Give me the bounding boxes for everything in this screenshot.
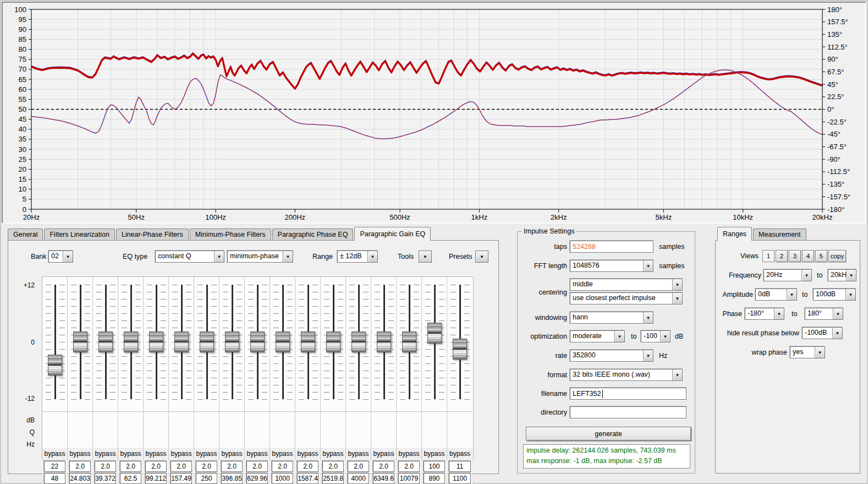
tab-filters-linearization[interactable]: Filters Linearization bbox=[44, 229, 114, 241]
band-q-value[interactable]: 2.0 bbox=[221, 461, 243, 472]
slider-handle[interactable] bbox=[73, 331, 87, 352]
taps-input[interactable] bbox=[570, 241, 653, 253]
band-q-value[interactable]: 2.0 bbox=[246, 461, 268, 472]
tab-minimum-phase-filters[interactable]: Minimum-Phase Filters bbox=[190, 229, 271, 241]
band-q-value[interactable]: 2.0 bbox=[272, 461, 293, 472]
gain-slider[interactable] bbox=[346, 277, 371, 412]
bypass-button[interactable]: bypass bbox=[144, 448, 168, 460]
band-q-value[interactable]: 2.0 bbox=[297, 461, 318, 472]
optimization-select[interactable]: moderate▼ bbox=[570, 330, 625, 342]
slider-handle[interactable] bbox=[427, 323, 442, 344]
slider-handle[interactable] bbox=[124, 331, 138, 352]
slider-handle[interactable] bbox=[326, 331, 340, 352]
chevron-down-icon[interactable]: ▼ bbox=[787, 289, 796, 300]
rate-select[interactable]: 352800▼ bbox=[570, 350, 653, 362]
chevron-down-icon[interactable]: ▼ bbox=[801, 270, 811, 281]
chevron-down-icon[interactable]: ▼ bbox=[832, 328, 842, 339]
chevron-down-icon[interactable]: ▼ bbox=[672, 369, 682, 380]
slider-handle[interactable] bbox=[48, 355, 62, 376]
view-button-4[interactable]: 4 bbox=[802, 250, 814, 262]
slider-handle[interactable] bbox=[453, 339, 467, 360]
tools-menu-button[interactable]: ▼ bbox=[419, 251, 432, 263]
band-q-value[interactable]: 2.0 bbox=[171, 461, 192, 472]
band-freq-value[interactable]: 62.5 bbox=[120, 473, 141, 484]
presets-menu-button[interactable]: ▼ bbox=[475, 251, 488, 263]
gain-slider[interactable] bbox=[194, 277, 219, 412]
range-select[interactable]: ± 12dB▼ bbox=[337, 251, 378, 263]
amplitude-from-select[interactable]: 0dB▼ bbox=[755, 289, 797, 301]
format-select[interactable]: 32 bits IEEE mono (.wav)▼ bbox=[570, 369, 683, 381]
view-button-2[interactable]: 2 bbox=[776, 250, 788, 262]
band-q-value[interactable]: 2.0 bbox=[95, 461, 116, 472]
gain-slider[interactable] bbox=[371, 277, 396, 412]
chevron-down-icon[interactable]: ▼ bbox=[845, 289, 855, 300]
bypass-button[interactable]: bypass bbox=[194, 448, 219, 460]
gain-slider[interactable] bbox=[93, 277, 118, 412]
chevron-down-icon[interactable]: ▼ bbox=[643, 312, 653, 323]
slider-handle[interactable] bbox=[174, 331, 189, 352]
fft-length-select[interactable]: 1048576▼ bbox=[570, 260, 653, 272]
band-q-value[interactable]: 2.0 bbox=[373, 461, 394, 472]
gain-slider[interactable] bbox=[422, 277, 447, 412]
band-freq-value[interactable]: 10079 bbox=[398, 473, 420, 484]
view-button-1[interactable]: 1 bbox=[762, 250, 774, 262]
bypass-button[interactable]: bypass bbox=[169, 448, 194, 460]
tab-ranges[interactable]: Ranges bbox=[717, 227, 752, 241]
bypass-button[interactable]: bypass bbox=[219, 448, 244, 460]
bypass-button[interactable]: bypass bbox=[295, 448, 320, 460]
eq-type-select[interactable]: constant Q▼ bbox=[155, 251, 224, 263]
generate-button[interactable]: generate bbox=[526, 427, 691, 441]
gain-slider[interactable] bbox=[321, 277, 345, 412]
slider-handle[interactable] bbox=[200, 331, 214, 352]
band-freq-value[interactable]: 4000 bbox=[348, 473, 369, 484]
slider-handle[interactable] bbox=[98, 331, 113, 352]
band-q-value[interactable]: 22 bbox=[44, 461, 65, 472]
tab-paragraphic-phase-eq[interactable]: Paragraphic Phase EQ bbox=[272, 229, 354, 241]
band-freq-value[interactable]: 2519.8 bbox=[322, 473, 344, 484]
gain-slider[interactable] bbox=[447, 277, 473, 412]
gain-slider[interactable] bbox=[219, 277, 244, 412]
directory-input[interactable] bbox=[570, 406, 686, 418]
band-freq-value[interactable]: 6349.6 bbox=[373, 473, 394, 484]
gain-slider[interactable] bbox=[245, 277, 270, 412]
slider-handle[interactable] bbox=[377, 331, 391, 352]
gain-slider[interactable] bbox=[118, 277, 143, 412]
windowing-select[interactable]: hann▼ bbox=[570, 312, 653, 324]
bypass-button[interactable]: bypass bbox=[447, 448, 473, 460]
chevron-down-icon[interactable]: ▼ bbox=[63, 251, 73, 262]
frequency-to-select[interactable]: 20kHz▼ bbox=[828, 269, 856, 281]
bypass-button[interactable]: bypass bbox=[371, 448, 396, 460]
slider-handle[interactable] bbox=[225, 331, 239, 352]
band-q-value[interactable]: 2.0 bbox=[145, 461, 167, 472]
gain-slider[interactable] bbox=[68, 277, 92, 412]
bypass-button[interactable]: bypass bbox=[346, 448, 371, 460]
chevron-down-icon[interactable]: ▼ bbox=[643, 260, 653, 271]
chevron-down-icon[interactable]: ▼ bbox=[283, 251, 293, 262]
band-freq-value[interactable]: 250 bbox=[196, 473, 217, 484]
chevron-down-icon[interactable]: ▼ bbox=[833, 308, 843, 319]
bypass-button[interactable]: bypass bbox=[42, 448, 67, 460]
slider-handle[interactable] bbox=[149, 331, 163, 352]
band-q-value[interactable]: 2.0 bbox=[69, 461, 91, 472]
band-freq-value[interactable]: 890 bbox=[424, 473, 445, 484]
slider-handle[interactable] bbox=[301, 331, 315, 352]
slider-handle[interactable] bbox=[250, 331, 265, 352]
band-q-value[interactable]: 2.0 bbox=[398, 461, 420, 472]
band-freq-value[interactable]: 39.372 bbox=[95, 473, 116, 484]
slider-handle[interactable] bbox=[276, 331, 290, 352]
band-q-value[interactable]: 2.0 bbox=[196, 461, 217, 472]
gain-slider[interactable] bbox=[42, 277, 67, 412]
view-button-5[interactable]: 5 bbox=[815, 250, 827, 262]
chevron-down-icon[interactable]: ▼ bbox=[672, 293, 682, 304]
band-freq-value[interactable]: 1100 bbox=[449, 473, 471, 484]
tab-general[interactable]: General bbox=[8, 229, 43, 241]
phase-to-select[interactable]: 180°▼ bbox=[805, 308, 843, 320]
band-q-value[interactable]: 100 bbox=[424, 461, 445, 472]
slider-track[interactable] bbox=[54, 285, 57, 399]
chevron-down-icon[interactable]: ▼ bbox=[643, 350, 653, 361]
gain-slider[interactable] bbox=[270, 277, 295, 412]
band-freq-value[interactable]: 24.803 bbox=[69, 473, 91, 484]
band-freq-value[interactable]: 1000 bbox=[272, 473, 293, 484]
chevron-down-icon[interactable]: ▼ bbox=[214, 251, 224, 262]
phase-type-select[interactable]: minimum-phase▼ bbox=[227, 251, 293, 263]
